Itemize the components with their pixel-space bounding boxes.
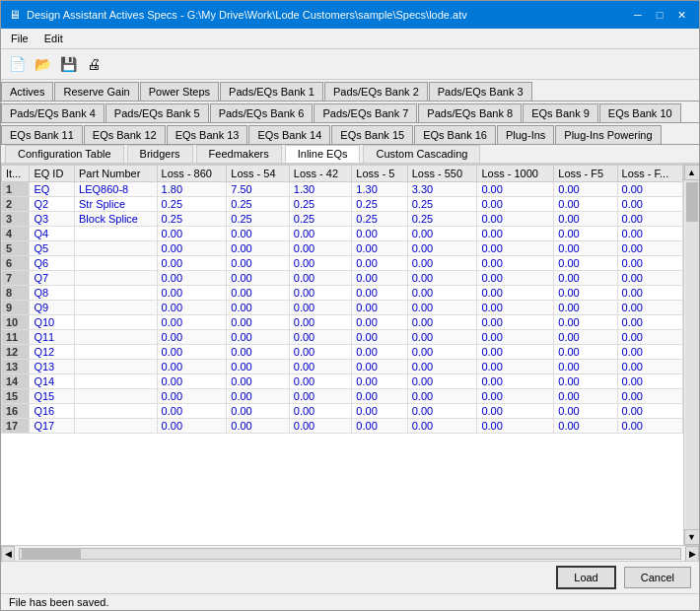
cell-loss-2: 0.00 [289,227,352,241]
table-row: 9Q90.000.000.000.000.000.000.000.00 [2,301,683,315]
tab-pads-eqs-bank8[interactable]: Pads/EQs Bank 8 [418,103,522,122]
load-button[interactable]: Load [556,566,615,589]
cell-loss-3: 0.25 [352,197,407,212]
menu-edit[interactable]: Edit [38,31,69,46]
tab-eqs-bank10[interactable]: EQs Bank 10 [599,103,681,122]
section-tab-inline-eqs[interactable]: Inline EQs [285,145,361,163]
cell-loss-5: 0.00 [477,374,554,389]
cell-loss-0: 0.00 [157,360,227,374]
tab-pads-eqs-bank4[interactable]: Pads/EQs Bank 4 [1,103,105,122]
tab-eqs-bank14[interactable]: EQs Bank 14 [248,125,330,144]
cell-loss-6: 0.00 [554,374,617,389]
cell-loss-4: 0.00 [407,286,477,301]
cell-loss-3: 0.00 [352,374,407,389]
cell-loss-6: 0.00 [554,241,617,256]
cell-loss-3: 0.00 [352,345,407,360]
section-tab-config[interactable]: Configuration Table [5,145,124,163]
cell-loss-2: 0.00 [289,315,352,330]
cell-part-number [75,227,158,241]
tab-actives[interactable]: Actives [1,82,53,101]
open-button[interactable]: 📂 [31,52,54,76]
scroll-down-button[interactable]: ▼ [684,529,700,545]
cancel-button[interactable]: Cancel [624,567,691,588]
tab-eqs-bank13[interactable]: EQs Bank 13 [167,125,248,144]
bottom-bar: Load Cancel [1,561,699,593]
cell-loss-3: 0.00 [352,286,407,301]
vertical-scrollbar[interactable]: ▲ ▼ [683,165,699,545]
cell-loss-3: 0.00 [352,419,407,434]
tab-eqs-bank9[interactable]: EQs Bank 9 [523,103,598,122]
data-table: It... EQ ID Part Number Loss - 860 Loss … [1,165,683,434]
tab-reserve-gain[interactable]: Reserve Gain [54,82,138,101]
table-row: 17Q170.000.000.000.000.000.000.000.00 [2,419,683,434]
cell-part-number [75,360,158,374]
menu-file[interactable]: File [5,31,35,46]
cell-loss-0: 0.00 [157,404,227,419]
status-bar: File has been saved. [1,593,699,610]
cell-eq-id: Q6 [30,256,75,271]
table-wrapper: It... EQ ID Part Number Loss - 860 Loss … [1,165,699,545]
save-button[interactable]: 💾 [56,52,80,76]
cell-loss-3: 0.00 [352,315,407,330]
title-bar-left: 🖥 Design Assistant Actives Specs - G:\My… [9,8,467,22]
table-container[interactable]: It... EQ ID Part Number Loss - 860 Loss … [1,165,683,545]
scroll-up-button[interactable]: ▲ [684,165,700,180]
table-row: 12Q120.000.000.000.000.000.000.000.00 [2,345,683,360]
cell-part-number[interactable]: Block Splice [75,212,158,227]
scroll-thumb[interactable] [686,182,698,222]
cell-eq-id: Q8 [30,286,75,301]
scroll-track[interactable] [685,180,699,529]
cell-loss-2: 0.25 [289,212,352,227]
tab-plug-ins[interactable]: Plug-Ins [497,125,554,144]
cell-loss-3: 0.00 [352,241,407,256]
cell-loss-0: 0.00 [157,256,227,271]
maximize-button[interactable]: □ [650,6,669,24]
section-tab-bridgers[interactable]: Bridgers [127,145,193,163]
minimize-button[interactable]: ─ [628,6,648,24]
scroll-left-button[interactable]: ◀ [1,546,15,562]
tab-eqs-bank16[interactable]: EQs Bank 16 [414,125,496,144]
horizontal-scrollbar[interactable] [19,548,681,560]
cell-loss-1: 0.00 [227,389,290,404]
cell-loss-2: 0.00 [289,404,352,419]
cell-loss-3: 0.00 [352,330,407,345]
main-area: It... EQ ID Part Number Loss - 860 Loss … [1,165,699,561]
tab-pads-eqs-bank1[interactable]: Pads/EQs Bank 1 [220,82,323,101]
tabs-row-3: EQs Bank 11 EQs Bank 12 EQs Bank 13 EQs … [1,123,699,145]
cell-loss-1: 0.00 [227,404,290,419]
section-tab-feedmakers[interactable]: Feedmakers [196,145,282,163]
cell-part-number[interactable]: LEQ860-8 [75,182,158,197]
cell-eq-id: Q10 [30,315,75,330]
cell-loss-1: 0.00 [227,330,290,345]
cell-loss-5: 0.00 [477,256,554,271]
cell-part-number[interactable]: Str Splice [75,197,158,212]
tab-power-steps[interactable]: Power Steps [140,82,219,101]
cell-loss-1: 0.00 [227,286,290,301]
tab-pads-eqs-bank5[interactable]: Pads/EQs Bank 5 [105,103,209,122]
tab-eqs-bank12[interactable]: EQs Bank 12 [84,125,166,144]
cell-loss-1: 0.00 [227,227,290,241]
tab-pads-eqs-bank6[interactable]: Pads/EQs Bank 6 [210,103,314,122]
tab-pads-eqs-bank7[interactable]: Pads/EQs Bank 7 [314,103,417,122]
close-button[interactable]: ✕ [671,6,691,24]
cell-loss-0: 0.00 [157,345,227,360]
section-tab-custom-cascading[interactable]: Custom Cascading [363,145,480,163]
cell-loss-4: 0.00 [407,256,477,271]
cell-it: 2 [2,197,30,212]
print-button[interactable]: 🖨 [82,52,105,76]
cell-it: 1 [2,182,30,197]
tab-plug-ins-powering[interactable]: Plug-Ins Powering [555,125,661,144]
tab-pads-eqs-bank3[interactable]: Pads/EQs Bank 3 [429,82,532,101]
col-header-loss-f: Loss - F... [617,166,682,182]
cell-eq-id: Q9 [30,301,75,315]
cell-loss-5: 0.00 [477,271,554,286]
new-button[interactable]: 📄 [5,52,29,76]
scroll-right-button[interactable]: ▶ [685,546,699,562]
table-row: 2Q2Str Splice0.250.250.250.250.250.000.0… [2,197,683,212]
horizontal-scrollbar-area: ◀ ▶ [1,545,699,561]
tab-eqs-bank11[interactable]: EQs Bank 11 [1,125,83,144]
tab-eqs-bank15[interactable]: EQs Bank 15 [331,125,413,144]
h-scroll-thumb[interactable] [22,549,81,559]
cell-eq-id: Q3 [30,212,75,227]
tab-pads-eqs-bank2[interactable]: Pads/EQs Bank 2 [324,82,428,101]
